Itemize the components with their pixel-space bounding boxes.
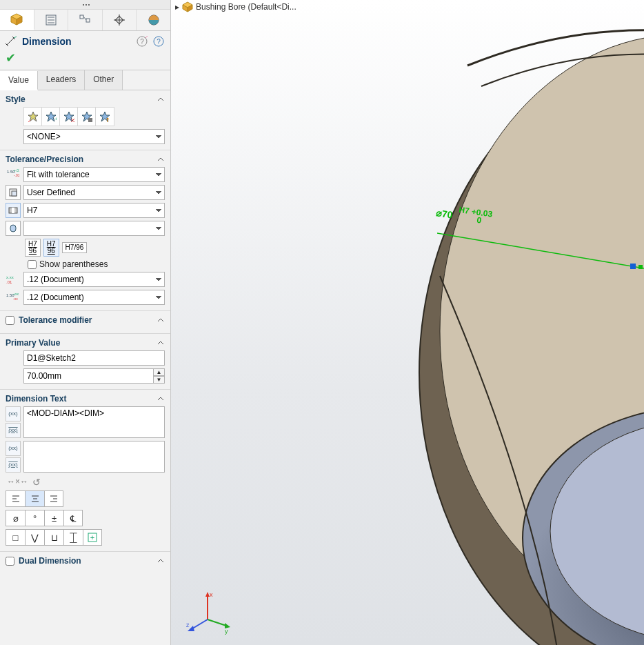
section-primary-value: Primary Value ▲ ▼ [0,334,170,390]
value-spin-down[interactable]: ▼ [154,376,165,384]
shaft-fit-select[interactable] [23,221,165,236]
svg-line-14 [7,38,14,45]
unit-precision-icon: x.xx.01 [6,272,21,287]
svg-text:-xx: -xx [13,297,18,301]
model-render [171,0,644,645]
classification-select[interactable]: User Defined [23,185,165,200]
svg-text:y: y [225,628,228,635]
section-tolerance: Tolerance/Precision 1.50+.01-.01 Fit wit… [0,150,170,311]
show-parentheses-checkbox[interactable] [28,260,37,269]
tol-precision-select[interactable]: .12 (Document) [23,290,165,305]
symbol-conical-button[interactable]: ⋁ [25,529,44,546]
section-dual-dimension: Dual Dimension [0,552,170,574]
load-style-button[interactable] [96,108,114,126]
svg-rect-34 [12,191,17,196]
target-icon [113,14,125,26]
symbol-slope-button[interactable]: ⌶ [63,529,83,546]
tab-other[interactable]: Other [85,70,123,90]
section-title-dimtext: Dimension Text [6,394,66,404]
expand-icon[interactable] [157,557,165,565]
section-tolerance-modifier: Tolerance modifier [0,311,170,334]
dim-diameter-value: ⌀70 [436,208,454,221]
classification-icon[interactable] [6,185,21,200]
symbol-diameter-button[interactable]: ⌀ [6,510,25,526]
reset-spacing-icon[interactable]: ↔×↔ [7,477,28,488]
symbol-plusminus-button[interactable]: ± [44,510,63,526]
style-select[interactable]: <NONE> [23,129,165,144]
dimension-icon [6,35,18,48]
property-manager-tab[interactable] [34,10,69,30]
fit-display-stacked-tol-button[interactable]: H7 96 [43,239,59,257]
text-before-button[interactable]: (xx) [6,441,21,456]
value-spin-up[interactable]: ▲ [154,368,165,376]
show-parentheses-label: Show parentheses [39,259,108,269]
section-title-tol-modifier: Tolerance modifier [19,315,92,325]
expand-icon[interactable] [157,316,165,324]
text-center-button[interactable]: (xx) [6,423,21,438]
collapse-icon[interactable] [157,95,165,103]
symbol-square-button[interactable]: □ [6,529,25,546]
display-manager-tab[interactable] [137,10,170,30]
justify-center-button[interactable] [25,490,44,507]
dimension-name-input[interactable] [23,350,165,366]
view-triad[interactable]: x y z [183,588,232,637]
svg-marker-21 [28,112,38,121]
ok-button[interactable]: ✔ [6,51,16,65]
add-style-button[interactable]: + [42,108,60,126]
symbol-degree-button[interactable]: ° [25,510,44,526]
feature-manager-tab[interactable] [0,10,34,30]
section-title-tolerance: Tolerance/Precision [6,155,83,164]
dimension-lower-text-input[interactable] [23,441,165,473]
tolerance-type-select[interactable]: Fit with tolerance [23,167,165,182]
unit-precision-select[interactable]: .12 (Document) [23,272,165,287]
svg-rect-8 [86,19,90,22]
svg-rect-37 [10,225,16,232]
shaft-fit-icon[interactable] [6,221,21,236]
hole-fit-icon[interactable] [6,203,21,218]
hole-fit-select[interactable]: H7 [23,203,165,218]
symbol-centerline-button[interactable]: ℄ [63,510,83,526]
svg-text:(xx): (xx) [8,462,18,468]
svg-text:-.01: -.01 [14,173,19,177]
configuration-manager-tab[interactable] [68,10,103,30]
dual-dimension-checkbox[interactable] [6,557,14,566]
svg-text:(xx): (xx) [8,445,18,451]
delete-style-button[interactable] [60,108,78,126]
tolerance-modifier-checkbox[interactable] [6,316,14,325]
text-below-button[interactable]: (xx) [6,457,21,473]
svg-text:(xx): (xx) [8,410,18,417]
detailing-help-icon[interactable]: ? [136,35,148,48]
property-manager-title: Dimension [22,36,136,47]
collapse-icon[interactable] [157,395,165,403]
svg-text:z: z [186,622,190,628]
symbol-more-button[interactable]: + [83,529,102,546]
justify-right-button[interactable] [44,490,63,507]
justify-left-button[interactable] [6,490,25,507]
help-icon[interactable]: ? [152,35,165,48]
svg-text:+xx: +xx [13,292,19,296]
tab-leaders[interactable]: Leaders [38,70,85,90]
collapse-icon[interactable] [157,155,165,163]
graphics-viewport[interactable]: ▸ Bushing Bore (Default<Di... [171,0,644,645]
fit-display-stacked-button[interactable]: H7 96 [25,239,41,257]
property-manager-panel: ⋯ Dimension ? ? [0,0,171,645]
text-above-button[interactable]: (xx) [6,406,21,421]
symbol-depth-button[interactable]: ⊔ [44,529,63,546]
dimxpert-manager-tab[interactable] [103,10,137,30]
dimension-text-input[interactable]: <MOD-DIAM><DIM> [23,406,165,438]
panel-grip-bar[interactable]: ⋯ [0,0,170,10]
tab-value[interactable]: Value [0,71,38,90]
collapse-icon[interactable] [157,339,165,347]
svg-text:x: x [210,591,213,598]
dimension-value-input[interactable] [23,368,154,384]
fit-display-linear-button[interactable]: H7/96 [62,242,88,253]
dim-fit-class: H7 [459,205,470,216]
save-style-button[interactable] [78,108,96,126]
apply-default-style-button[interactable] [24,108,42,126]
svg-line-18 [145,36,148,38]
svg-text:+.01: +.01 [14,168,19,172]
manager-tab-strip [0,10,170,31]
reset-text-icon[interactable]: ↺ [32,477,41,488]
svg-line-15 [14,37,17,38]
section-style: Style + <NONE> [0,90,170,150]
